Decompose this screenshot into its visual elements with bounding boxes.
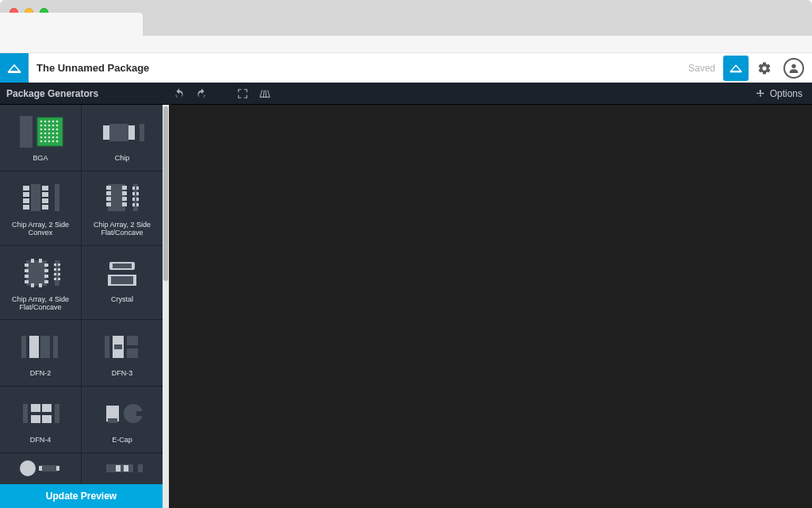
generator-label: DFN-2 [27, 368, 55, 382]
svg-point-23 [52, 133, 55, 135]
sidebar-scrollbar[interactable] [163, 105, 169, 508]
svg-rect-68 [25, 264, 29, 267]
dfn4-icon [9, 393, 72, 434]
user-avatar[interactable] [783, 58, 804, 79]
svg-rect-75 [44, 280, 48, 283]
svg-point-26 [44, 137, 47, 139]
package-view-button[interactable] [723, 56, 749, 81]
svg-rect-101 [127, 348, 138, 358]
browser-tab[interactable] [0, 13, 143, 36]
svg-rect-77 [39, 259, 42, 263]
svg-point-33 [52, 140, 55, 143]
svg-point-29 [56, 137, 59, 139]
svg-rect-59 [132, 187, 135, 190]
svg-rect-3 [20, 116, 33, 148]
dfn3-icon [90, 326, 154, 368]
svg-rect-81 [54, 264, 56, 266]
svg-rect-72 [44, 264, 48, 267]
generator-item-partial-left[interactable] [0, 453, 81, 484]
generator-item-dfn4[interactable]: DFN-4 [0, 387, 81, 452]
undo-button[interactable] [174, 88, 185, 99]
svg-rect-39 [23, 186, 29, 190]
dfn2-icon [9, 326, 72, 368]
options-button[interactable]: Options [756, 88, 812, 99]
svg-rect-87 [58, 273, 60, 275]
generator-item-dfn3[interactable]: DFN-3 [82, 320, 163, 386]
svg-rect-36 [109, 124, 128, 141]
grid-view-button[interactable] [259, 88, 270, 99]
svg-rect-92 [111, 276, 133, 284]
svg-rect-65 [136, 198, 139, 201]
browser-omnibar [0, 36, 812, 53]
update-preview-button[interactable]: Update Preview [0, 484, 163, 508]
generator-item-crystal[interactable]: Crystal [82, 246, 163, 320]
svg-rect-119 [138, 464, 143, 472]
svg-rect-84 [54, 278, 56, 280]
update-preview-label: Update Preview [46, 491, 117, 502]
generator-item-bga[interactable]: BGA [0, 105, 81, 171]
svg-rect-56 [122, 197, 127, 201]
svg-rect-35 [103, 125, 109, 140]
svg-rect-38 [140, 124, 144, 141]
svg-point-11 [44, 125, 47, 127]
generator-grid: BGA Chip [0, 105, 163, 484]
ecap-icon [90, 393, 154, 434]
generator-item-chiparray-2-flat[interactable]: Chip Array, 2 Side Flat/Concave [82, 171, 163, 245]
generator-item-chiparray-4-flat[interactable]: Chip Array, 4 Side Flat/Concave [0, 246, 81, 320]
svg-point-14 [56, 125, 59, 127]
svg-rect-83 [54, 273, 56, 275]
fit-view-button[interactable] [237, 88, 248, 99]
generator-item-partial-right[interactable] [82, 453, 163, 484]
svg-rect-55 [122, 191, 127, 195]
settings-button[interactable] [752, 56, 777, 81]
sidebar: BGA Chip [0, 105, 163, 508]
page-title: The Unnamed Package [29, 62, 688, 74]
generator-item-ecap[interactable]: E-Cap [82, 387, 163, 452]
svg-point-5 [40, 121, 43, 123]
svg-rect-71 [25, 280, 29, 283]
fit-icon [237, 88, 248, 99]
redo-button[interactable] [196, 88, 207, 99]
svg-point-13 [52, 125, 55, 127]
svg-rect-45 [42, 192, 48, 197]
chiparray-2-flat-icon [90, 178, 154, 219]
generator-item-dfn2[interactable]: DFN-2 [0, 320, 81, 386]
svg-rect-117 [116, 465, 121, 471]
svg-rect-97 [105, 336, 109, 358]
svg-rect-105 [31, 415, 40, 423]
app-logo[interactable] [0, 53, 29, 83]
svg-rect-115 [56, 466, 59, 471]
svg-rect-102 [23, 404, 28, 423]
svg-rect-67 [26, 260, 47, 286]
canvas-viewport[interactable] [169, 105, 812, 508]
svg-point-17 [48, 129, 51, 131]
svg-point-7 [48, 121, 51, 123]
app-header: The Unnamed Package Saved [0, 53, 812, 83]
scrollbar-thumb[interactable] [163, 106, 168, 281]
svg-point-34 [56, 140, 59, 143]
svg-rect-99 [114, 344, 122, 349]
svg-point-28 [52, 137, 55, 139]
generator-label: DFN-4 [27, 434, 55, 448]
svg-rect-82 [54, 268, 56, 271]
generator-item-chiparray-2-convex[interactable]: Chip Array, 2 Side Convex [0, 171, 81, 245]
svg-rect-74 [44, 275, 48, 278]
browser-chrome [0, 0, 812, 36]
svg-rect-0 [8, 71, 21, 73]
svg-point-10 [40, 125, 43, 127]
svg-rect-109 [108, 418, 117, 423]
svg-rect-93 [21, 336, 26, 358]
generator-item-chip[interactable]: Chip [82, 105, 163, 171]
svg-rect-106 [42, 415, 52, 423]
main-area: BGA Chip [0, 105, 812, 508]
svg-rect-40 [23, 192, 29, 197]
svg-point-18 [52, 129, 55, 131]
svg-rect-85 [58, 264, 60, 266]
svg-rect-61 [132, 198, 135, 201]
svg-rect-95 [40, 336, 50, 358]
svg-rect-43 [31, 184, 40, 211]
move-icon [756, 89, 765, 98]
svg-rect-86 [58, 268, 60, 271]
grid-icon [259, 89, 270, 98]
svg-point-21 [44, 133, 47, 135]
